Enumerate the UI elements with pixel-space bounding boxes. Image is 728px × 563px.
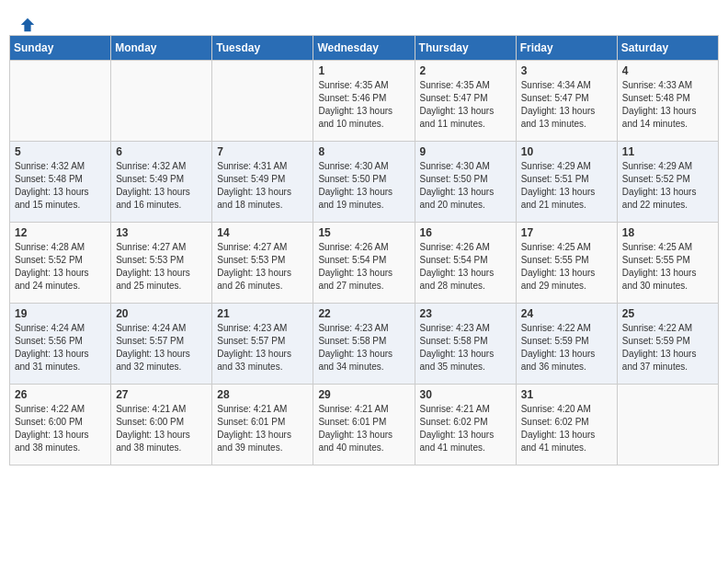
calendar-cell: 28Sunrise: 4:21 AM Sunset: 6:01 PM Dayli… (212, 385, 313, 465)
day-number: 20 (116, 307, 207, 320)
day-number: 27 (116, 388, 207, 401)
day-number: 6 (116, 145, 207, 158)
cell-content: Sunrise: 4:29 AM Sunset: 5:52 PM Dayligh… (622, 160, 713, 212)
calendar-cell: 13Sunrise: 4:27 AM Sunset: 5:53 PM Dayli… (111, 223, 212, 304)
logo (18, 17, 36, 28)
day-number: 23 (420, 307, 511, 320)
day-number: 28 (217, 388, 308, 401)
calendar-cell: 31Sunrise: 4:20 AM Sunset: 6:02 PM Dayli… (516, 385, 617, 465)
cell-content: Sunrise: 4:30 AM Sunset: 5:50 PM Dayligh… (420, 160, 511, 212)
calendar-cell: 4Sunrise: 4:33 AM Sunset: 5:48 PM Daylig… (617, 61, 718, 142)
cell-content: Sunrise: 4:22 AM Sunset: 5:59 PM Dayligh… (622, 322, 713, 373)
day-number: 11 (622, 145, 713, 158)
cell-content: Sunrise: 4:33 AM Sunset: 5:48 PM Dayligh… (622, 79, 713, 131)
cell-content: Sunrise: 4:21 AM Sunset: 6:01 PM Dayligh… (217, 403, 308, 454)
weekday-header-wednesday: Wednesday (313, 36, 415, 61)
day-number: 10 (521, 145, 612, 158)
weekday-header-saturday: Saturday (617, 36, 718, 61)
cell-content: Sunrise: 4:30 AM Sunset: 5:50 PM Dayligh… (318, 160, 409, 212)
calendar-cell (111, 61, 212, 142)
calendar-cell: 19Sunrise: 4:24 AM Sunset: 5:56 PM Dayli… (10, 304, 111, 385)
calendar-cell: 20Sunrise: 4:24 AM Sunset: 5:57 PM Dayli… (111, 304, 212, 385)
cell-content: Sunrise: 4:29 AM Sunset: 5:51 PM Dayligh… (521, 160, 612, 212)
calendar-cell: 14Sunrise: 4:27 AM Sunset: 5:53 PM Dayli… (212, 223, 313, 304)
day-number: 3 (521, 64, 612, 77)
cell-content: Sunrise: 4:25 AM Sunset: 5:55 PM Dayligh… (622, 241, 713, 293)
cell-content: Sunrise: 4:23 AM Sunset: 5:58 PM Dayligh… (420, 322, 511, 373)
cell-content: Sunrise: 4:24 AM Sunset: 5:56 PM Dayligh… (15, 322, 106, 373)
cell-content: Sunrise: 4:21 AM Sunset: 6:02 PM Dayligh… (420, 403, 511, 454)
day-number: 7 (217, 145, 308, 158)
calendar-cell (617, 385, 718, 465)
cell-content: Sunrise: 4:22 AM Sunset: 6:00 PM Dayligh… (15, 403, 106, 454)
cell-content: Sunrise: 4:23 AM Sunset: 5:58 PM Dayligh… (318, 322, 409, 373)
weekday-header-sunday: Sunday (10, 36, 111, 61)
calendar-cell: 11Sunrise: 4:29 AM Sunset: 5:52 PM Dayli… (617, 142, 718, 223)
calendar-cell (10, 61, 111, 142)
calendar-cell: 27Sunrise: 4:21 AM Sunset: 6:00 PM Dayli… (111, 385, 212, 465)
calendar-table: SundayMondayTuesdayWednesdayThursdayFrid… (9, 35, 719, 465)
cell-content: Sunrise: 4:32 AM Sunset: 5:48 PM Dayligh… (15, 160, 106, 212)
day-number: 4 (622, 64, 713, 77)
calendar-cell: 29Sunrise: 4:21 AM Sunset: 6:01 PM Dayli… (313, 385, 415, 465)
calendar-cell: 12Sunrise: 4:28 AM Sunset: 5:52 PM Dayli… (10, 223, 111, 304)
day-number: 31 (521, 388, 612, 401)
weekday-header-friday: Friday (516, 36, 617, 61)
cell-content: Sunrise: 4:27 AM Sunset: 5:53 PM Dayligh… (217, 241, 308, 293)
cell-content: Sunrise: 4:25 AM Sunset: 5:55 PM Dayligh… (521, 241, 612, 293)
cell-content: Sunrise: 4:32 AM Sunset: 5:49 PM Dayligh… (116, 160, 207, 212)
calendar-cell: 8Sunrise: 4:30 AM Sunset: 5:50 PM Daylig… (313, 142, 415, 223)
day-number: 18 (622, 226, 713, 239)
cell-content: Sunrise: 4:35 AM Sunset: 5:46 PM Dayligh… (318, 79, 409, 131)
calendar-cell: 5Sunrise: 4:32 AM Sunset: 5:48 PM Daylig… (10, 142, 111, 223)
calendar-cell: 17Sunrise: 4:25 AM Sunset: 5:55 PM Dayli… (516, 223, 617, 304)
page-header (9, 9, 719, 31)
day-number: 29 (318, 388, 409, 401)
day-number: 24 (521, 307, 612, 320)
cell-content: Sunrise: 4:26 AM Sunset: 5:54 PM Dayligh… (420, 241, 511, 293)
cell-content: Sunrise: 4:21 AM Sunset: 6:01 PM Dayligh… (318, 403, 409, 454)
day-number: 26 (15, 388, 106, 401)
calendar-cell: 15Sunrise: 4:26 AM Sunset: 5:54 PM Dayli… (313, 223, 415, 304)
cell-content: Sunrise: 4:28 AM Sunset: 5:52 PM Dayligh… (15, 241, 106, 293)
calendar-cell: 21Sunrise: 4:23 AM Sunset: 5:57 PM Dayli… (212, 304, 313, 385)
day-number: 19 (15, 307, 106, 320)
day-number: 16 (420, 226, 511, 239)
cell-content: Sunrise: 4:22 AM Sunset: 5:59 PM Dayligh… (521, 322, 612, 373)
calendar-cell: 24Sunrise: 4:22 AM Sunset: 5:59 PM Dayli… (516, 304, 617, 385)
weekday-header-thursday: Thursday (415, 36, 516, 61)
calendar-cell: 30Sunrise: 4:21 AM Sunset: 6:02 PM Dayli… (415, 385, 516, 465)
calendar-cell: 26Sunrise: 4:22 AM Sunset: 6:00 PM Dayli… (10, 385, 111, 465)
calendar-cell: 3Sunrise: 4:34 AM Sunset: 5:47 PM Daylig… (516, 61, 617, 142)
cell-content: Sunrise: 4:20 AM Sunset: 6:02 PM Dayligh… (521, 403, 612, 454)
logo-icon (19, 17, 36, 33)
day-number: 14 (217, 226, 308, 239)
cell-content: Sunrise: 4:26 AM Sunset: 5:54 PM Dayligh… (318, 241, 409, 293)
calendar-cell: 9Sunrise: 4:30 AM Sunset: 5:50 PM Daylig… (415, 142, 516, 223)
weekday-header-tuesday: Tuesday (212, 36, 313, 61)
cell-content: Sunrise: 4:24 AM Sunset: 5:57 PM Dayligh… (116, 322, 207, 373)
calendar-cell: 18Sunrise: 4:25 AM Sunset: 5:55 PM Dayli… (617, 223, 718, 304)
cell-content: Sunrise: 4:34 AM Sunset: 5:47 PM Dayligh… (521, 79, 612, 131)
day-number: 30 (420, 388, 511, 401)
calendar-cell: 7Sunrise: 4:31 AM Sunset: 5:49 PM Daylig… (212, 142, 313, 223)
calendar-cell (212, 61, 313, 142)
calendar-cell: 22Sunrise: 4:23 AM Sunset: 5:58 PM Dayli… (313, 304, 415, 385)
calendar-cell: 2Sunrise: 4:35 AM Sunset: 5:47 PM Daylig… (415, 61, 516, 142)
day-number: 12 (15, 226, 106, 239)
weekday-header-monday: Monday (111, 36, 212, 61)
day-number: 9 (420, 145, 511, 158)
day-number: 15 (318, 226, 409, 239)
calendar-cell: 6Sunrise: 4:32 AM Sunset: 5:49 PM Daylig… (111, 142, 212, 223)
calendar-cell: 1Sunrise: 4:35 AM Sunset: 5:46 PM Daylig… (313, 61, 415, 142)
day-number: 8 (318, 145, 409, 158)
day-number: 13 (116, 226, 207, 239)
day-number: 22 (318, 307, 409, 320)
day-number: 25 (622, 307, 713, 320)
cell-content: Sunrise: 4:21 AM Sunset: 6:00 PM Dayligh… (116, 403, 207, 454)
svg-marker-0 (21, 18, 34, 31)
day-number: 2 (420, 64, 511, 77)
day-number: 5 (15, 145, 106, 158)
day-number: 21 (217, 307, 308, 320)
calendar-cell: 10Sunrise: 4:29 AM Sunset: 5:51 PM Dayli… (516, 142, 617, 223)
